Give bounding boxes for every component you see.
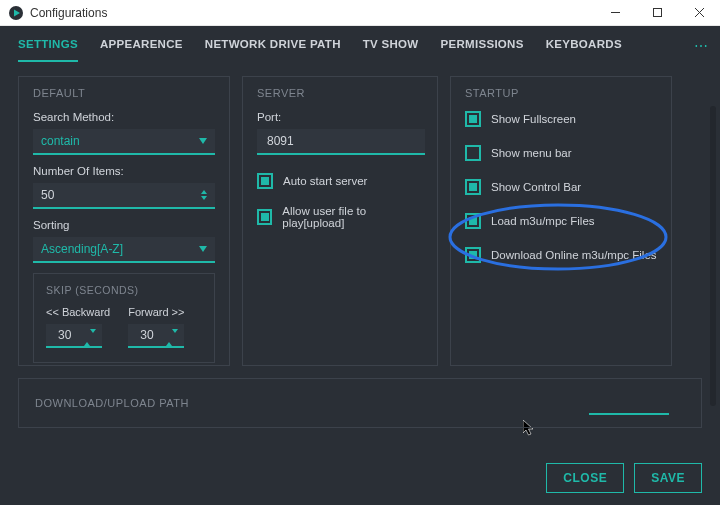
panel-server-title: SERVER <box>257 87 423 99</box>
allow-user-file-checkbox[interactable] <box>257 209 272 225</box>
load-m3u-label: Load m3u/mpc Files <box>491 215 595 227</box>
tab-permissions[interactable]: PERMISSIONS <box>441 38 524 62</box>
stepper-arrows[interactable] <box>166 326 178 344</box>
show-controlbar-checkbox[interactable] <box>465 179 481 195</box>
maximize-button[interactable] <box>636 0 678 26</box>
chevron-down-icon <box>199 138 207 144</box>
annotation-circle <box>445 199 675 279</box>
show-menubar-label: Show menu bar <box>491 147 572 159</box>
auto-start-server-checkbox[interactable] <box>257 173 273 189</box>
tab-bar: SETTINGS APPEARENCE NETWORK DRIVE PATH T… <box>0 26 640 62</box>
port-input[interactable]: 8091 <box>257 129 425 155</box>
skip-heading: SKIP (SECONDS) <box>46 284 202 296</box>
num-items-value: 50 <box>41 188 54 202</box>
search-method-select[interactable]: contain <box>33 129 215 155</box>
tab-tvshow[interactable]: TV SHOW <box>363 38 419 62</box>
show-controlbar-label: Show Control Bar <box>491 181 581 193</box>
show-fullscreen-label: Show Fullscreen <box>491 113 576 125</box>
chevron-down-icon <box>199 246 207 252</box>
panel-startup-title: STARTUP <box>465 87 657 99</box>
port-label: Port: <box>257 111 423 123</box>
vertical-scrollbar[interactable] <box>710 106 716 406</box>
skip-seconds-group: SKIP (SECONDS) << Backward 30 Forward >> <box>33 273 215 363</box>
auto-start-server-label: Auto start server <box>283 175 367 187</box>
titlebar: Configurations <box>0 0 720 26</box>
show-fullscreen-checkbox[interactable] <box>465 111 481 127</box>
skip-backward-value: 30 <box>52 328 71 342</box>
skip-forward-label: Forward >> <box>128 306 184 318</box>
sorting-label: Sorting <box>33 219 215 231</box>
tab-keyboards[interactable]: KEYBOARDS <box>546 38 622 62</box>
stepper-arrows[interactable] <box>84 326 96 344</box>
close-button[interactable]: CLOSE <box>546 463 624 493</box>
load-m3u-checkbox[interactable] <box>465 213 481 229</box>
download-upload-path-title: DOWNLOAD/UPLOAD PATH <box>35 397 189 409</box>
num-items-label: Number Of Items: <box>33 165 215 177</box>
skip-forward-stepper[interactable]: 30 <box>128 324 184 348</box>
download-m3u-checkbox[interactable] <box>465 247 481 263</box>
download-m3u-label: Download Online m3u/mpc Files <box>491 249 657 261</box>
sorting-select[interactable]: Ascending[A-Z] <box>33 237 215 263</box>
panel-default-title: DEFAULT <box>33 87 215 99</box>
search-method-value: contain <box>41 134 80 148</box>
num-items-stepper[interactable]: 50 <box>33 183 215 209</box>
app-icon <box>8 5 24 21</box>
window-title: Configurations <box>30 6 107 20</box>
panel-download-upload-path: DOWNLOAD/UPLOAD PATH <box>18 378 702 428</box>
tab-network[interactable]: NETWORK DRIVE PATH <box>205 38 341 62</box>
stepper-arrows[interactable] <box>201 190 207 200</box>
svg-rect-3 <box>653 9 661 17</box>
close-window-button[interactable] <box>678 0 720 26</box>
show-menubar-checkbox[interactable] <box>465 145 481 161</box>
sorting-value: Ascending[A-Z] <box>41 242 123 256</box>
download-path-input[interactable] <box>589 413 669 415</box>
minimize-button[interactable] <box>594 0 636 26</box>
tab-settings[interactable]: SETTINGS <box>18 38 78 62</box>
skip-backward-label: << Backward <box>46 306 110 318</box>
skip-forward-value: 30 <box>134 328 153 342</box>
panel-server: SERVER Port: 8091 Auto start server Allo… <box>242 76 438 366</box>
tab-appearance[interactable]: APPEARENCE <box>100 38 183 62</box>
port-value: 8091 <box>267 134 294 148</box>
panel-default: DEFAULT Search Method: contain Number Of… <box>18 76 230 366</box>
skip-backward-stepper[interactable]: 30 <box>46 324 102 348</box>
search-method-label: Search Method: <box>33 111 215 123</box>
panel-startup: STARTUP Show Fullscreen Show menu bar Sh… <box>450 76 672 366</box>
tabs-overflow-icon[interactable]: ⋯ <box>694 26 720 54</box>
allow-user-file-label: Allow user file to play[upload] <box>282 205 423 229</box>
save-button[interactable]: SAVE <box>634 463 702 493</box>
